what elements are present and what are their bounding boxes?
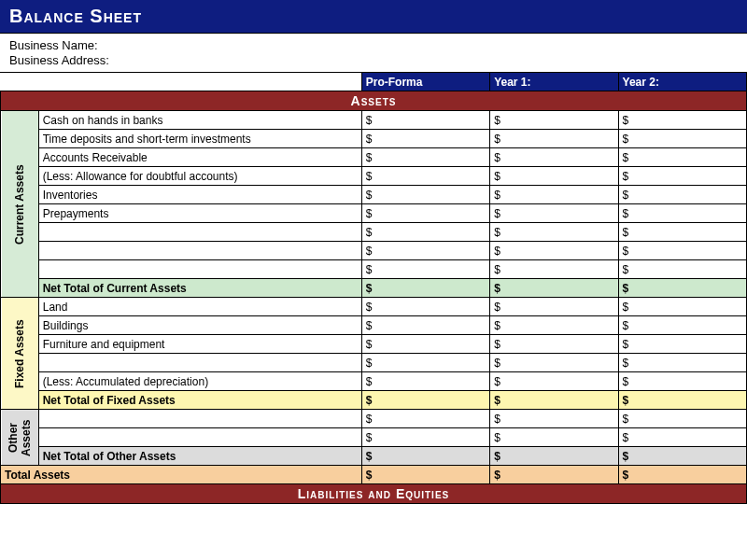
row-label: Cash on hands in banks bbox=[38, 111, 361, 130]
cell[interactable]: $ bbox=[490, 316, 618, 335]
cell[interactable]: $ bbox=[361, 242, 489, 260]
row-label bbox=[38, 223, 361, 242]
table-row: $ $ $ bbox=[1, 223, 747, 242]
row-label bbox=[38, 260, 361, 279]
cell[interactable]: $ bbox=[618, 410, 746, 428]
total-cell: $ bbox=[618, 447, 746, 466]
cell[interactable]: $ bbox=[618, 428, 746, 447]
current-assets-label: Current Assets bbox=[1, 111, 39, 298]
cell[interactable]: $ bbox=[361, 186, 489, 204]
cell[interactable]: $ bbox=[490, 130, 618, 148]
cell[interactable]: $ bbox=[490, 204, 618, 223]
cell[interactable]: $ bbox=[361, 298, 489, 316]
total-label: Net Total of Current Assets bbox=[38, 279, 361, 298]
cell[interactable]: $ bbox=[361, 335, 489, 354]
cell[interactable]: $ bbox=[618, 186, 746, 204]
cell[interactable]: $ bbox=[361, 130, 489, 148]
cell[interactable]: $ bbox=[618, 111, 746, 130]
row-label: Inventories bbox=[38, 186, 361, 204]
row-label: Land bbox=[38, 298, 361, 316]
total-cell: $ bbox=[618, 466, 746, 484]
cell[interactable]: $ bbox=[618, 260, 746, 279]
cell[interactable]: $ bbox=[618, 204, 746, 223]
total-cell: $ bbox=[490, 391, 618, 410]
cell[interactable]: $ bbox=[490, 186, 618, 204]
table-row: $ $ $ bbox=[1, 428, 747, 447]
row-label: Accounts Receivable bbox=[38, 148, 361, 167]
cell[interactable]: $ bbox=[361, 316, 489, 335]
total-cell: $ bbox=[361, 466, 489, 484]
cell[interactable]: $ bbox=[618, 242, 746, 260]
assets-section-header: Assets bbox=[1, 91, 747, 111]
cell[interactable]: $ bbox=[361, 428, 489, 447]
row-label: (Less: Accumulated depreciation) bbox=[38, 372, 361, 391]
cell[interactable]: $ bbox=[490, 242, 618, 260]
total-label: Net Total of Other Assets bbox=[38, 447, 361, 466]
column-headers: Pro-Forma Year 1: Year 2: bbox=[1, 73, 747, 91]
total-cell: $ bbox=[361, 391, 489, 410]
row-label: Prepayments bbox=[38, 204, 361, 223]
other-assets-total-row: Net Total of Other Assets $ $ $ bbox=[1, 447, 747, 466]
business-name-label: Business Name: bbox=[9, 38, 738, 52]
total-cell: $ bbox=[361, 279, 489, 298]
cell[interactable]: $ bbox=[490, 354, 618, 372]
cell[interactable]: $ bbox=[490, 410, 618, 428]
col-proforma: Pro-Forma bbox=[361, 73, 489, 91]
cell[interactable]: $ bbox=[490, 372, 618, 391]
cell[interactable]: $ bbox=[490, 260, 618, 279]
table-row: Inventories $ $ $ bbox=[1, 186, 747, 204]
cell[interactable]: $ bbox=[361, 204, 489, 223]
cell[interactable]: $ bbox=[618, 130, 746, 148]
cell[interactable]: $ bbox=[490, 223, 618, 242]
total-cell: $ bbox=[618, 391, 746, 410]
cell[interactable]: $ bbox=[618, 316, 746, 335]
cell[interactable]: $ bbox=[618, 298, 746, 316]
current-assets-total-row: Net Total of Current Assets $ $ $ bbox=[1, 279, 747, 298]
cell[interactable]: $ bbox=[361, 111, 489, 130]
total-cell: $ bbox=[490, 279, 618, 298]
cell[interactable]: $ bbox=[361, 167, 489, 186]
cell[interactable]: $ bbox=[490, 167, 618, 186]
fixed-assets-total-row: Net Total of Fixed Assets $ $ $ bbox=[1, 391, 747, 410]
cell[interactable]: $ bbox=[490, 298, 618, 316]
cell[interactable]: $ bbox=[361, 354, 489, 372]
cell[interactable]: $ bbox=[490, 148, 618, 167]
col-year2: Year 2: bbox=[618, 73, 746, 91]
cell[interactable]: $ bbox=[361, 372, 489, 391]
table-row: Furniture and equipment $ $ $ bbox=[1, 335, 747, 354]
cell[interactable]: $ bbox=[618, 223, 746, 242]
row-label bbox=[38, 242, 361, 260]
table-row: Fixed Assets Land $ $ $ bbox=[1, 298, 747, 316]
cell[interactable]: $ bbox=[361, 410, 489, 428]
cell[interactable]: $ bbox=[618, 354, 746, 372]
page-title: Balance Sheet bbox=[0, 0, 747, 34]
cell[interactable]: $ bbox=[361, 223, 489, 242]
cell[interactable]: $ bbox=[490, 111, 618, 130]
col-year1: Year 1: bbox=[490, 73, 618, 91]
cell[interactable]: $ bbox=[490, 428, 618, 447]
table-row: Accounts Receivable $ $ $ bbox=[1, 148, 747, 167]
total-cell: $ bbox=[618, 279, 746, 298]
cell[interactable]: $ bbox=[490, 335, 618, 354]
cell[interactable]: $ bbox=[618, 335, 746, 354]
table-row: Current Assets Cash on hands in banks $ … bbox=[1, 111, 747, 130]
other-assets-label: Other Assets bbox=[1, 410, 39, 466]
total-label: Net Total of Fixed Assets bbox=[38, 391, 361, 410]
cell[interactable]: $ bbox=[618, 372, 746, 391]
table-row: Buildings $ $ $ bbox=[1, 316, 747, 335]
grand-total-label: Total Assets bbox=[1, 466, 362, 484]
table-row: $ $ $ bbox=[1, 242, 747, 260]
table-row: (Less: Allowance for doubtful accounts) … bbox=[1, 167, 747, 186]
table-row: Prepayments $ $ $ bbox=[1, 204, 747, 223]
cell[interactable]: $ bbox=[618, 148, 746, 167]
liabilities-section-header: Liabilities and Equities bbox=[1, 484, 747, 504]
total-assets-row: Total Assets $ $ $ bbox=[1, 466, 747, 484]
cell[interactable]: $ bbox=[618, 167, 746, 186]
total-cell: $ bbox=[361, 447, 489, 466]
row-label: Furniture and equipment bbox=[38, 335, 361, 354]
row-label bbox=[38, 428, 361, 447]
cell[interactable]: $ bbox=[361, 148, 489, 167]
cell[interactable]: $ bbox=[361, 260, 489, 279]
row-label: (Less: Allowance for doubtful accounts) bbox=[38, 167, 361, 186]
row-label bbox=[38, 410, 361, 428]
